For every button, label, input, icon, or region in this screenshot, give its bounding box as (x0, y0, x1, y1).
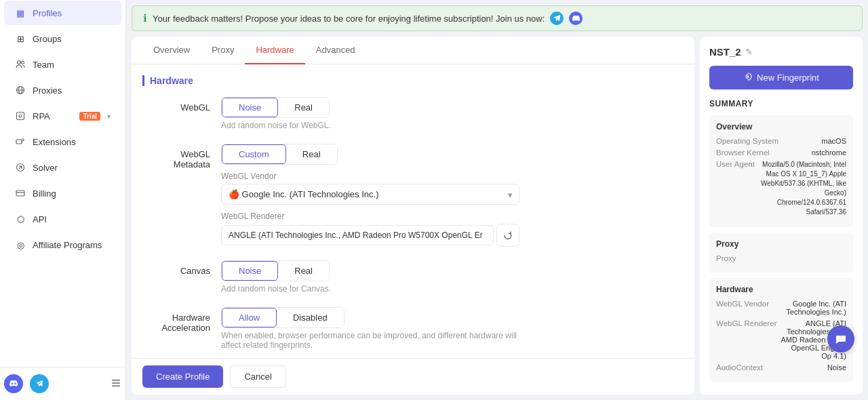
left-panel: Overview Proxy Hardware Advanced Hardwar… (132, 37, 694, 395)
groups-icon: ⊞ (15, 33, 26, 44)
svg-point-0 (18, 61, 21, 64)
new-fingerprint-button[interactable]: New Fingerprint (709, 66, 853, 89)
svg-rect-9 (16, 191, 24, 196)
sidebar-item-affiliate[interactable]: ◎ Affiliate Programs (4, 233, 121, 257)
sidebar-item-label: Profiles (33, 8, 111, 18)
bottom-bar: Create Profile Cancel (132, 358, 694, 395)
summary-row-os: Operating System macOS (716, 137, 846, 145)
sidebar-item-label: Billing (33, 188, 111, 199)
tab-advanced[interactable]: Advanced (305, 37, 366, 64)
sidebar-item-label: API (33, 214, 111, 224)
webgl-renderer-input[interactable] (221, 225, 494, 245)
sidebar-item-billing[interactable]: Billing (4, 181, 121, 205)
webgl-renderer-input-group (221, 224, 519, 247)
summary-row-ua: User Agent Mozilla/5.0 (Macintosh; Intel… (716, 160, 846, 217)
webgl-metadata-controls: Custom Real WebGL Vendor 🍎 Google Inc. (… (221, 144, 684, 247)
sidebar-item-team[interactable]: Team (4, 52, 121, 77)
webgl-hint: Add random noise for WebGL. (221, 121, 684, 130)
rpa-badge: Trial (79, 112, 100, 121)
summary-row-audio: AudioContext Noise (716, 363, 846, 372)
webgl-vendor-label: WebGL Vendor (221, 172, 684, 181)
webgl-metadata-real-button[interactable]: Real (286, 144, 337, 164)
sidebar-item-api[interactable]: ⬡ API (4, 207, 121, 231)
sidebar-item-proxies[interactable]: Proxies (4, 78, 121, 102)
webgl-label: WebGL (142, 97, 210, 113)
canvas-hint: Add random noise for Canvas. (221, 284, 684, 294)
sidebar-item-groups[interactable]: ⊞ Groups (4, 26, 121, 51)
svg-rect-11 (112, 380, 120, 381)
sidebar-item-label: Team (33, 60, 111, 70)
webgl-row: WebGL Noise Real Add random noise for We… (142, 97, 684, 130)
hw-acceleration-label: Hardware Acceleration (142, 307, 210, 333)
canvas-row: Canvas Noise Real Add random noise for C… (142, 260, 684, 294)
chat-button[interactable] (827, 325, 854, 353)
banner-text: Your feedback matters! Propose your idea… (153, 14, 545, 24)
summary-overview-title: Overview (716, 122, 846, 132)
team-icon (15, 59, 26, 70)
new-fingerprint-label: New Fingerprint (757, 73, 819, 83)
hw-acceleration-disabled-button[interactable]: Disabled (277, 308, 344, 327)
rpa-chevron-icon: ▾ (107, 113, 111, 120)
sidebar: ▦ Profiles ⊞ Groups Team Proxies RPA Tri… (0, 0, 126, 400)
tab-overview[interactable]: Overview (142, 37, 201, 64)
sidebar-bottom (0, 367, 125, 400)
edit-profile-icon[interactable]: ✎ (745, 47, 753, 57)
webgl-vendor-select[interactable]: 🍎 Google Inc. (ATI Technologies Inc.) (221, 184, 519, 205)
webgl-renderer-label: WebGL Renderer (221, 212, 684, 221)
webgl-real-button[interactable]: Real (278, 98, 329, 117)
os-key: Operating System (716, 137, 778, 145)
summary-title: SUMMARY (709, 99, 853, 108)
info-icon: ℹ (143, 12, 147, 24)
webgl-vendor-select-wrapper: 🍎 Google Inc. (ATI Technologies Inc.) ▾ (221, 184, 519, 205)
webgl-metadata-toggle-group: Custom Real (221, 144, 338, 165)
webgl-metadata-custom-button[interactable]: Custom (222, 144, 286, 164)
tab-bar: Overview Proxy Hardware Advanced (132, 37, 694, 64)
proxies-icon (15, 85, 26, 96)
webgl-noise-button[interactable]: Noise (222, 98, 278, 117)
billing-icon (15, 188, 26, 199)
sidebar-item-extensions[interactable]: Extensions (4, 129, 121, 154)
svg-rect-12 (112, 382, 120, 384)
proxy-key: Proxy (716, 254, 736, 262)
banner-telegram-icon[interactable] (550, 12, 564, 25)
webgl-toggle-group: Noise Real (221, 97, 330, 118)
rpa-icon (15, 111, 26, 121)
sidebar-item-label: RPA (33, 111, 73, 121)
svg-rect-5 (17, 113, 24, 120)
canvas-real-button[interactable]: Real (278, 261, 329, 281)
feedback-banner: ℹ Your feedback matters! Propose your id… (132, 5, 863, 31)
tab-proxy[interactable]: Proxy (201, 37, 245, 64)
sidebar-item-rpa[interactable]: RPA Trial ▾ (4, 104, 121, 128)
webgl-metadata-row: WebGL Metadata Custom Real WebGL Vendor … (142, 144, 684, 247)
profile-name: NST_2 (709, 46, 741, 58)
solver-icon (15, 162, 26, 173)
summary-row-proxy: Proxy (716, 254, 846, 262)
svg-rect-13 (112, 385, 120, 386)
menu-icon[interactable] (111, 378, 121, 391)
profile-header: NST_2 ✎ (709, 46, 853, 58)
create-profile-button[interactable]: Create Profile (142, 365, 223, 388)
sidebar-item-profiles[interactable]: ▦ Profiles (4, 1, 121, 25)
kernel-key: Browser Kernel (716, 148, 770, 157)
canvas-noise-button[interactable]: Noise (222, 261, 278, 281)
telegram-button[interactable] (30, 374, 49, 393)
webgl-renderer-refresh-button[interactable] (496, 224, 519, 247)
hw-acceleration-toggle-group: Allow Disabled (221, 307, 344, 328)
kernel-val: nstchrome (812, 148, 846, 157)
affiliate-icon: ◎ (15, 239, 26, 250)
sidebar-item-label: Extensions (33, 137, 111, 147)
hw-acceleration-allow-button[interactable]: Allow (222, 308, 277, 327)
summary-proxy-section: Proxy Proxy (709, 233, 853, 273)
main-content: ℹ Your feedback matters! Propose your id… (126, 0, 868, 400)
banner-discord-icon[interactable] (569, 12, 583, 25)
sidebar-item-solver[interactable]: Solver (4, 155, 121, 180)
tab-hardware[interactable]: Hardware (245, 37, 304, 64)
discord-button[interactable] (4, 374, 23, 393)
canvas-label: Canvas (142, 260, 210, 276)
summary-hardware-title: Hardware (716, 285, 846, 294)
os-val: macOS (821, 137, 846, 145)
webgl-vendor-key: WebGL Vendor (716, 300, 769, 316)
sidebar-item-label: Proxies (33, 85, 111, 96)
summary-row-kernel: Browser Kernel nstchrome (716, 148, 846, 157)
cancel-button[interactable]: Cancel (230, 365, 285, 388)
